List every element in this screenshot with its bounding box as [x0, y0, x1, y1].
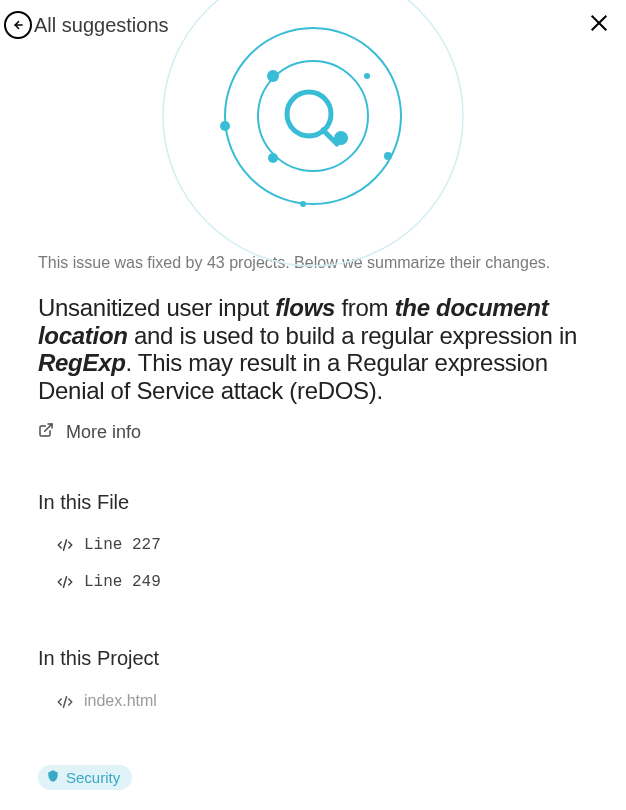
in-this-file-title: In this File — [38, 491, 588, 514]
desc-text: Unsanitized user input — [38, 294, 275, 321]
svg-point-3 — [163, 0, 463, 266]
svg-line-18 — [64, 696, 67, 707]
issue-description: Unsanitized user input flows from the do… — [38, 294, 588, 404]
more-info-label: More info — [66, 422, 141, 443]
svg-point-10 — [220, 121, 230, 131]
hero-illustration — [0, 6, 626, 246]
file-line-item[interactable]: Line 227 — [38, 532, 588, 558]
file-line-label: Line 249 — [84, 573, 161, 591]
file-line-item[interactable]: Line 249 — [38, 569, 588, 595]
code-icon — [56, 573, 74, 591]
project-file-label: index.html — [84, 692, 157, 710]
desc-text: from — [335, 294, 395, 321]
project-file-item[interactable]: index.html — [38, 688, 588, 715]
svg-point-12 — [300, 201, 306, 207]
shield-icon — [46, 769, 60, 786]
external-link-icon — [38, 422, 54, 443]
svg-point-14 — [268, 153, 278, 163]
main-content: This issue was fixed by 43 projects. Bel… — [0, 254, 626, 810]
desc-emph: RegExp — [38, 349, 126, 376]
security-badge: Security — [38, 765, 132, 790]
svg-point-8 — [267, 70, 279, 82]
in-this-project-title: In this Project — [38, 647, 588, 670]
svg-line-16 — [64, 540, 67, 551]
svg-line-15 — [45, 424, 52, 431]
svg-line-17 — [64, 576, 67, 587]
security-badge-label: Security — [66, 769, 120, 786]
svg-point-11 — [384, 152, 392, 160]
desc-text: and is used to build a regular expressio… — [128, 322, 577, 349]
svg-point-4 — [225, 28, 401, 204]
svg-point-9 — [334, 131, 348, 145]
code-icon — [56, 536, 74, 554]
file-line-label: Line 227 — [84, 536, 161, 554]
desc-emph: flows — [275, 294, 335, 321]
code-icon — [56, 692, 74, 711]
more-info-link[interactable]: More info — [38, 422, 141, 443]
svg-point-13 — [364, 73, 370, 79]
